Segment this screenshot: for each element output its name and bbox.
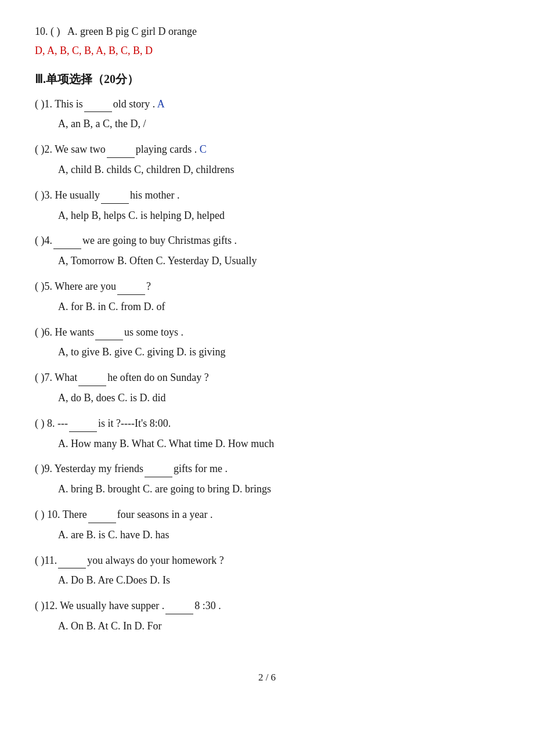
top-question: 10. ( ) A. green B pig C girl D orange bbox=[35, 23, 499, 40]
question-prefix-6: ( )6. He wants bbox=[35, 326, 94, 338]
options-5: A. for B. in C. from D. of bbox=[58, 298, 499, 315]
options-text-5: A. for B. in C. from D. of bbox=[58, 301, 165, 312]
question-prefix-1: ( )1. This is bbox=[35, 98, 83, 110]
options-text-2: A, child B. childs C, children D, childr… bbox=[58, 164, 234, 175]
question-9: ( )9. Yesterday my friends gifts for me … bbox=[35, 460, 499, 477]
options-8: A. How many B. What C. What time D. How … bbox=[58, 435, 499, 452]
top-answers: D, A, B, C, B, A, B, C, B, D bbox=[35, 42, 499, 59]
options-text-9: A. bring B. brought C. are going to brin… bbox=[58, 483, 271, 495]
question-4: ( )4. we are going to buy Christmas gift… bbox=[35, 232, 499, 249]
question-blank-2 bbox=[107, 141, 135, 158]
question-blank-8 bbox=[69, 415, 97, 432]
question-blank-3 bbox=[101, 186, 129, 204]
options-text-12: A. On B. At C. In D. For bbox=[58, 620, 162, 632]
question-5: ( )5. Where are you ? bbox=[35, 278, 499, 295]
question-prefix-11: ( )11. bbox=[35, 555, 57, 566]
section-header: Ⅲ.单项选择（20分） bbox=[35, 70, 499, 88]
question-suffix-5: ? bbox=[146, 280, 151, 292]
question-suffix-9: gifts for me . bbox=[174, 463, 228, 474]
options-text-4: A, Tomorrow B. Often C. Yesterday D, Usu… bbox=[58, 255, 257, 267]
question-8: ( ) 8. --- is it ?----It's 8:00. bbox=[35, 415, 499, 432]
question-suffix-1: old story . bbox=[113, 98, 156, 110]
question-6: ( )6. He wants us some toys . bbox=[35, 323, 499, 341]
question-prefix-3: ( )3. He usually bbox=[35, 189, 100, 201]
question-blank-5 bbox=[117, 278, 145, 295]
question-blank-12 bbox=[165, 597, 193, 614]
question-suffix-11: you always do your homework ? bbox=[87, 555, 223, 566]
question-suffix-6: us some toys . bbox=[124, 326, 183, 338]
question-blank-6 bbox=[95, 323, 123, 341]
question-prefix-12: ( )12. We usually have supper . bbox=[35, 600, 164, 611]
question-11: ( )11. you always do your homework ? bbox=[35, 552, 499, 569]
question-7: ( )7. What he often do on Sunday ? bbox=[35, 369, 499, 386]
top-question-text: 10. ( ) A. green B pig C girl D orange bbox=[35, 26, 197, 37]
question-suffix-7: he often do on Sunday ? bbox=[107, 372, 208, 383]
options-text-7: A, do B, does C. is D. did bbox=[58, 392, 166, 404]
options-4: A, Tomorrow B. Often C. Yesterday D, Usu… bbox=[58, 253, 499, 269]
question-blank-1 bbox=[84, 95, 112, 113]
page-indicator: 2 / 6 bbox=[35, 669, 499, 685]
options-11: A. Do B. Are C.Does D. Is bbox=[58, 572, 499, 589]
options-12: A. On B. At C. In D. For bbox=[58, 618, 499, 635]
question-blank-9 bbox=[145, 460, 172, 477]
options-text-8: A. How many B. What C. What time D. How … bbox=[58, 438, 274, 449]
options-text-6: A, to give B. give C. giving D. is givin… bbox=[58, 346, 226, 358]
question-prefix-2: ( )2. We saw two bbox=[35, 143, 106, 155]
question-blank-10 bbox=[88, 506, 116, 523]
question-3: ( )3. He usually his mother . bbox=[35, 186, 499, 204]
question-prefix-7: ( )7. What bbox=[35, 372, 77, 383]
question-prefix-5: ( )5. Where are you bbox=[35, 280, 116, 292]
question-suffix-2: playing cards . bbox=[136, 143, 197, 155]
options-7: A, do B, does C. is D. did bbox=[58, 390, 499, 406]
questions-container: ( )1. This is old story . AA, an B, a C,… bbox=[35, 95, 499, 635]
question-12: ( )12. We usually have supper . 8 :30 . bbox=[35, 597, 499, 614]
options-3: A, help B, helps C. is helping D, helped bbox=[58, 207, 499, 224]
options-9: A. bring B. brought C. are going to brin… bbox=[58, 481, 499, 498]
question-answer-2: C bbox=[197, 143, 207, 155]
options-6: A, to give B. give C. giving D. is givin… bbox=[58, 344, 499, 361]
question-blank-4 bbox=[53, 232, 81, 249]
question-blank-11 bbox=[58, 552, 86, 569]
question-suffix-8: is it ?----It's 8:00. bbox=[98, 417, 171, 429]
options-text-1: A, an B, a C, the D, / bbox=[58, 118, 146, 129]
question-prefix-4: ( )4. bbox=[35, 235, 52, 246]
options-text-11: A. Do B. Are C.Does D. Is bbox=[58, 574, 170, 586]
question-prefix-10: ( ) 10. There bbox=[35, 509, 87, 520]
question-1: ( )1. This is old story . A bbox=[35, 95, 499, 113]
options-2: A, child B. childs C, children D, childr… bbox=[58, 161, 499, 178]
question-prefix-9: ( )9. Yesterday my friends bbox=[35, 463, 143, 474]
options-1: A, an B, a C, the D, / bbox=[58, 116, 499, 132]
options-text-3: A, help B, helps C. is helping D, helped bbox=[58, 210, 225, 221]
question-10: ( ) 10. There four seasons in a year . bbox=[35, 506, 499, 523]
options-text-10: A. are B. is C. have D. has bbox=[58, 529, 169, 541]
question-suffix-12: 8 :30 . bbox=[194, 600, 221, 611]
question-2: ( )2. We saw two playing cards . C bbox=[35, 141, 499, 158]
question-suffix-3: his mother . bbox=[130, 189, 180, 201]
question-suffix-10: four seasons in a year . bbox=[117, 509, 213, 520]
question-suffix-4: we are going to buy Christmas gifts . bbox=[82, 235, 237, 246]
question-answer-1: A bbox=[155, 98, 165, 110]
question-blank-7 bbox=[78, 369, 106, 386]
question-prefix-8: ( ) 8. --- bbox=[35, 417, 68, 429]
options-10: A. are B. is C. have D. has bbox=[58, 527, 499, 543]
